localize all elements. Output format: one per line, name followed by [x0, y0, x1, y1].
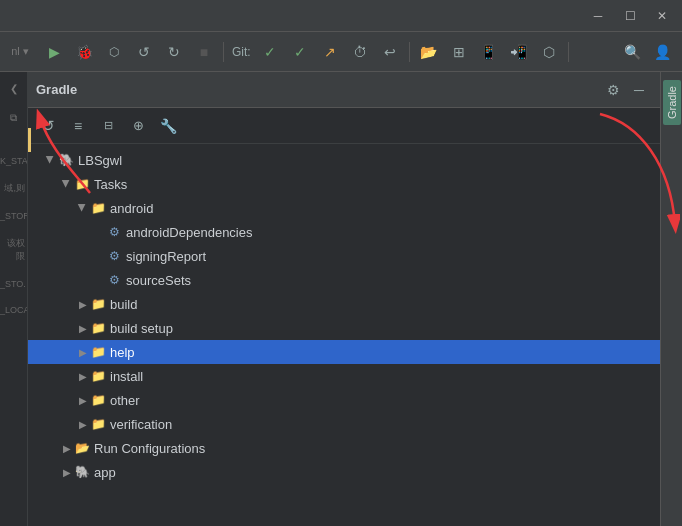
verification-label: verification	[110, 417, 172, 432]
install-label: install	[110, 369, 143, 384]
git-check2-button[interactable]: ✓	[286, 38, 314, 66]
build-button[interactable]: ⬡	[535, 38, 563, 66]
expand-install-icon[interactable]: ▶	[76, 369, 90, 383]
title-bar: ─ ☐ ✕	[0, 0, 682, 32]
run-button[interactable]: ▶	[40, 38, 68, 66]
help-label: help	[110, 345, 135, 360]
gradle-toolbar: ↺ ≡ ⊟ ⊕ 🔧	[28, 108, 660, 144]
expand-run-config-icon[interactable]: ▶	[60, 441, 74, 455]
other-label: other	[110, 393, 140, 408]
tree-item-source-sets[interactable]: ▶ ⚙ sourceSets	[28, 268, 660, 292]
separator-3	[568, 42, 569, 62]
git-label: Git:	[232, 45, 251, 59]
run-config-folder-icon: 📂	[74, 440, 90, 456]
sync-button[interactable]: ↺	[130, 38, 158, 66]
expand-lbsgwl-icon[interactable]: ▶	[44, 153, 58, 167]
minimize-button[interactable]: ─	[582, 0, 614, 32]
git-clock-button[interactable]: ⏱	[346, 38, 374, 66]
expand-build-icon[interactable]: ▶	[76, 297, 90, 311]
gradle-wrench-button[interactable]: 🔧	[154, 112, 182, 140]
tree-item-build-setup[interactable]: ▶ 📁 build setup	[28, 316, 660, 340]
device-button[interactable]: 📱	[475, 38, 503, 66]
expand-help-icon[interactable]: ▶	[76, 345, 90, 359]
tree-item-lbsgwl[interactable]: ▶ 🐘 LBSgwl	[28, 148, 660, 172]
rerun-button[interactable]: ↻	[160, 38, 188, 66]
app-label: app	[94, 465, 116, 480]
tree-item-other[interactable]: ▶ 📁 other	[28, 388, 660, 412]
signing-report-label: signingReport	[126, 249, 206, 264]
app-elephant-icon: 🐘	[74, 464, 90, 480]
structure-button[interactable]: ⊞	[445, 38, 473, 66]
stop-button[interactable]: ■	[190, 38, 218, 66]
gradle-settings-button[interactable]: ⚙	[600, 77, 626, 103]
tree-item-android-dependencies[interactable]: ▶ ⚙ androidDependencies	[28, 220, 660, 244]
main-toolbar: nl ▾ ▶ 🐞 ⬡ ↺ ↻ ■ Git: ✓ ✓ ↗ ⏱ ↩ 📂 ⊞ 📱 📲 …	[0, 32, 682, 72]
install-folder-icon: 📁	[90, 368, 106, 384]
gear-icon-2: ⚙	[106, 248, 122, 264]
left-label-5: _STO.	[0, 279, 27, 289]
gear-icon-3: ⚙	[106, 272, 122, 288]
yellow-marker	[28, 128, 31, 152]
verification-folder-icon: 📁	[90, 416, 106, 432]
gradle-reload-button[interactable]: ↺	[34, 112, 62, 140]
expand-verification-icon[interactable]: ▶	[76, 417, 90, 431]
build-setup-folder-icon: 📁	[90, 320, 106, 336]
build-setup-label: build setup	[110, 321, 173, 336]
panel-toggle[interactable]: nl ▾	[6, 45, 34, 58]
build-folder-icon: 📁	[90, 296, 106, 312]
git-check1-button[interactable]: ✓	[256, 38, 284, 66]
account-button[interactable]: 👤	[648, 38, 676, 66]
gear-icon-1: ⚙	[106, 224, 122, 240]
expand-build-setup-icon[interactable]: ▶	[76, 321, 90, 335]
gradle-header: Gradle ⚙ ─	[28, 72, 660, 108]
git-arrow-button[interactable]: ↗	[316, 38, 344, 66]
tree-item-tasks[interactable]: ▶ 📁 Tasks	[28, 172, 660, 196]
left-collapse-btn[interactable]: ❮	[2, 76, 26, 100]
left-label-6: _LOCA	[0, 305, 27, 315]
gradle-minimize-button[interactable]: ─	[626, 77, 652, 103]
git-undo-button[interactable]: ↩	[376, 38, 404, 66]
build-label: build	[110, 297, 137, 312]
run-configurations-label: Run Configurations	[94, 441, 205, 456]
open-button[interactable]: 📂	[415, 38, 443, 66]
tree-item-verification[interactable]: ▶ 📁 verification	[28, 412, 660, 436]
android-folder-icon: 📁	[90, 200, 106, 216]
separator-1	[223, 42, 224, 62]
gradle-link-button[interactable]: ⊕	[124, 112, 152, 140]
expand-app-icon[interactable]: ▶	[60, 465, 74, 479]
tree-item-android[interactable]: ▶ 📁 android	[28, 196, 660, 220]
separator-2	[409, 42, 410, 62]
tree-item-signing-report[interactable]: ▶ ⚙ signingReport	[28, 244, 660, 268]
source-sets-label: sourceSets	[126, 273, 191, 288]
profile-button[interactable]: ⬡	[100, 38, 128, 66]
maximize-button[interactable]: ☐	[614, 0, 646, 32]
gradle-panel: Gradle ⚙ ─ ↺ ≡ ⊟ ⊕ 🔧 ▶ 🐘 LBSgwl	[28, 72, 660, 526]
gradle-filter-button[interactable]: ⊟	[94, 112, 122, 140]
android-dependencies-label: androidDependencies	[126, 225, 252, 240]
gradle-tree[interactable]: ▶ 🐘 LBSgwl ▶ 📁 Tasks ▶ 📁 android	[28, 144, 660, 526]
left-label-4: 该权限	[0, 237, 27, 263]
elephant-icon: 🐘	[58, 152, 74, 168]
right-tab-label[interactable]: Gradle	[663, 80, 681, 125]
left-label-3: _STOR.	[0, 211, 27, 221]
lbsgwl-label: LBSgwl	[78, 153, 122, 168]
other-folder-icon: 📁	[90, 392, 106, 408]
search-button[interactable]: 🔍	[618, 38, 646, 66]
expand-android-icon[interactable]: ▶	[76, 201, 90, 215]
tree-item-run-configurations[interactable]: ▶ 📂 Run Configurations	[28, 436, 660, 460]
gradle-list-button[interactable]: ≡	[64, 112, 92, 140]
help-folder-icon: 📁	[90, 344, 106, 360]
expand-other-icon[interactable]: ▶	[76, 393, 90, 407]
tree-item-help[interactable]: ▶ 📁 help	[28, 340, 660, 364]
tree-item-build[interactable]: ▶ 📁 build	[28, 292, 660, 316]
left-expand-btn[interactable]: ⧉	[2, 106, 26, 130]
left-label-1: K_STA	[0, 156, 27, 166]
phone-button[interactable]: 📲	[505, 38, 533, 66]
debug-button[interactable]: 🐞	[70, 38, 98, 66]
right-gradle-tab[interactable]: Gradle	[660, 72, 682, 526]
tree-item-install[interactable]: ▶ 📁 install	[28, 364, 660, 388]
close-button[interactable]: ✕	[646, 0, 678, 32]
expand-tasks-icon[interactable]: ▶	[60, 177, 74, 191]
tree-item-app[interactable]: ▶ 🐘 app	[28, 460, 660, 484]
left-label-2: 域,则	[0, 182, 27, 195]
